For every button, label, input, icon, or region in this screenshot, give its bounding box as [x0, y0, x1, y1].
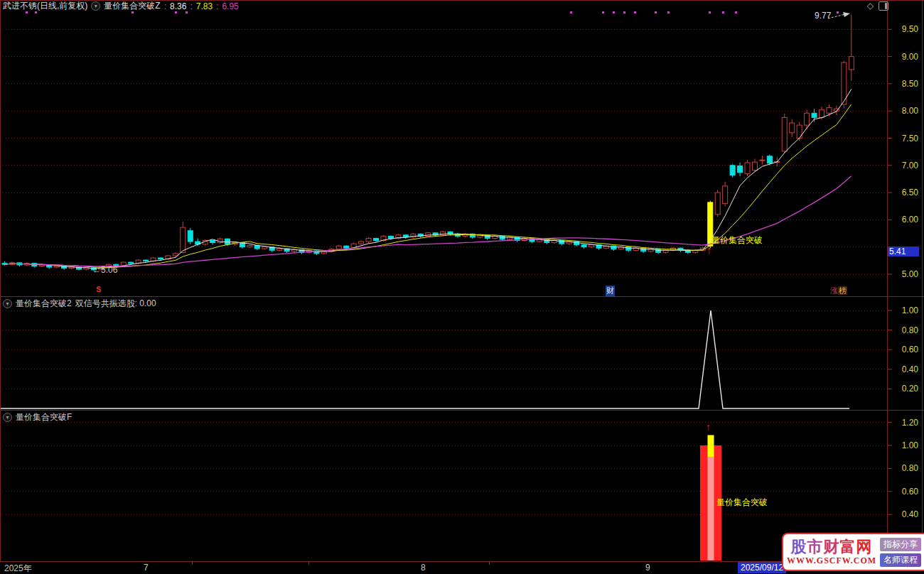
axis-label: 0.80: [890, 463, 918, 473]
candlestick: [262, 247, 267, 249]
watermark: 股市财富网 WWW.GSCFW.COM 指标分享 名师课程: [782, 533, 924, 571]
axis-label: 0.80: [890, 325, 918, 335]
candlestick: [738, 166, 743, 173]
indicator-value-3: 6.95: [222, 1, 238, 11]
separator: :: [216, 1, 218, 11]
event-marker-s[interactable]: S: [96, 285, 101, 293]
signal-dot: [602, 11, 604, 13]
candlestick: [69, 267, 74, 269]
candlestick: [581, 245, 586, 247]
axis-border: [887, 0, 888, 562]
axis-label: 1.20: [890, 418, 918, 428]
axis-label: 7.00: [890, 161, 918, 170]
candlestick: [54, 266, 59, 268]
candlestick: [849, 57, 854, 70]
axis-label: 7.50: [890, 134, 918, 144]
event-marker-rise-list[interactable]: 涨榜: [830, 286, 847, 296]
titlebar-icons: ◇: [867, 1, 888, 11]
collapse-main-icon[interactable]: ▾: [91, 1, 100, 11]
axis-label: 8.50: [890, 79, 918, 89]
panel3-indicator-name: 量价集合突破F: [16, 411, 72, 423]
right-border: [922, 0, 923, 574]
timeline-tick: [308, 562, 309, 565]
candlestick: [760, 160, 765, 161]
high-price-label: 9.77: [815, 11, 831, 21]
candlestick: [359, 242, 364, 244]
candlestick: [366, 238, 371, 242]
signal-dot: [709, 11, 711, 13]
signal-dot: [634, 11, 636, 13]
panel3-signal-label: 量价集合突破: [716, 497, 768, 509]
collapse-panel3-icon[interactable]: ▾: [3, 413, 12, 422]
panel3-header: ▾ 量价集合突破F: [3, 411, 72, 423]
high-annotation-arrowhead: [843, 12, 850, 17]
low-price-label: ←5.06: [92, 265, 117, 275]
candlestick: [812, 113, 817, 117]
buy-signal-arrow-icon: ↑: [707, 244, 712, 256]
axis-label: 9.50: [890, 24, 918, 34]
timeline-label: 7: [144, 563, 149, 573]
candlestick: [782, 117, 787, 151]
separator: :: [164, 1, 166, 11]
candlestick: [188, 231, 193, 242]
last-price-tag: 5.41: [888, 247, 919, 256]
candlestick: [820, 110, 824, 118]
axis-label: 9.00: [890, 52, 918, 62]
signal-dot: [186, 11, 188, 13]
event-marker-finance[interactable]: 财: [606, 286, 615, 296]
candlestick: [388, 236, 393, 238]
candlestick: [247, 245, 252, 247]
collapse-panel2-icon[interactable]: ▾: [3, 299, 12, 308]
axis-label: 1.00: [890, 305, 918, 315]
axis-label: 0.40: [890, 509, 918, 519]
candlestick: [589, 245, 594, 247]
stock-title: 武进不锈(日线,前复权): [3, 0, 87, 12]
axis-label: 0.60: [890, 345, 918, 354]
stock-chart-app: 武进不锈(日线,前复权) ▾ 量价集合突破Z : 8.36 : 7.83 : 6…: [0, 0, 924, 574]
timeline-label: 2025年: [4, 563, 32, 574]
timeline-label: 9: [645, 563, 650, 573]
axis-label: 6.00: [890, 215, 918, 224]
timeline-tick: [192, 562, 193, 565]
signal-dot: [623, 11, 625, 13]
candlestick: [173, 254, 178, 256]
timeline-tick: [489, 562, 490, 565]
candlestick: [611, 246, 616, 249]
indicator-value-1: 8.36: [170, 1, 186, 11]
candlestick: [158, 258, 163, 259]
candlestick: [144, 260, 149, 261]
candlestick: [225, 239, 230, 244]
window-layout-icon[interactable]: [879, 1, 888, 11]
breakout-signal-label: 量价集合突破: [711, 234, 763, 247]
signal-dot: [613, 11, 615, 13]
panel2-selector-text: 双信号共振选股: 0.00: [75, 298, 156, 310]
signal-dot: [837, 11, 839, 13]
panel2-signal-line: [0, 310, 849, 408]
watermark-tag: 指标分享: [880, 538, 921, 551]
signal-dot: [655, 11, 657, 13]
chart-canvas[interactable]: [0, 0, 924, 574]
candlestick: [336, 246, 341, 249]
signal-dot: [735, 11, 737, 13]
signal-dot: [175, 11, 177, 13]
candlestick: [745, 163, 750, 173]
panel3-separator: [0, 410, 924, 411]
axis-label: 6.50: [890, 188, 918, 197]
candlestick: [723, 186, 728, 204]
watermark-site-name: 股市财富网: [791, 538, 873, 556]
candlestick: [39, 265, 44, 266]
candlestick: [277, 249, 282, 250]
panel2-header: ▾ 量价集合突破2 双信号共振选股: 0.00: [3, 298, 156, 310]
candlestick: [790, 123, 795, 133]
candlestick: [485, 235, 490, 239]
watermark-site-url: WWW.GSCFW.COM: [787, 556, 876, 566]
candlestick: [129, 262, 134, 264]
axis-label: 0.20: [890, 384, 918, 394]
candlestick: [374, 238, 379, 240]
titlebar: 武进不锈(日线,前复权) ▾ 量价集合突破Z : 8.36 : 7.83 : 6…: [3, 1, 239, 11]
watermark-tag: 名师课程: [880, 553, 921, 567]
diamond-icon[interactable]: ◇: [867, 1, 874, 11]
left-border: [0, 0, 1, 574]
axis-label: 1.00: [890, 440, 918, 450]
candlestick: [121, 262, 126, 266]
